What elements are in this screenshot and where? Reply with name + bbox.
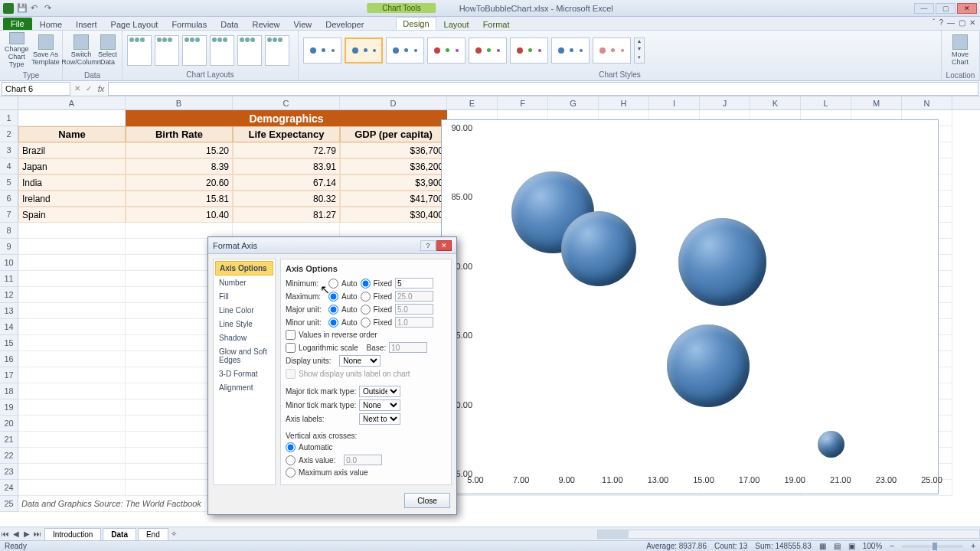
- chart-layout-2[interactable]: [155, 35, 179, 66]
- bubble-chart[interactable]: 90.0085.0080.0075.0070.0065.00 5.007.009…: [441, 119, 939, 494]
- row-header-11[interactable]: 11: [0, 271, 18, 287]
- col-header-k[interactable]: K: [750, 96, 801, 109]
- cell[interactable]: [18, 287, 126, 303]
- format-axis-dialog[interactable]: Format Axis ? ✕ Axis Options Number Fill…: [207, 236, 457, 515]
- minor-value-input[interactable]: [395, 317, 433, 328]
- window-restore-icon[interactable]: ▢: [959, 18, 965, 27]
- tab-file[interactable]: File: [3, 18, 32, 30]
- row-header-18[interactable]: 18: [0, 383, 18, 399]
- cell[interactable]: [18, 448, 126, 464]
- zoom-out-icon[interactable]: −: [890, 542, 894, 550]
- cell[interactable]: [18, 223, 126, 239]
- col-header-l[interactable]: L: [801, 96, 851, 109]
- row-header-2[interactable]: 2: [0, 126, 18, 142]
- tab-view[interactable]: View: [288, 18, 318, 30]
- nav-3d-format[interactable]: 3-D Format: [215, 367, 273, 380]
- vcross-auto-radio[interactable]: [286, 442, 296, 452]
- chart-style-1[interactable]: [303, 37, 341, 64]
- sheet-nav-last[interactable]: ⏭: [32, 530, 43, 538]
- row-header-23[interactable]: 23: [0, 464, 18, 480]
- help-icon[interactable]: ?: [939, 18, 943, 27]
- chart-style-7[interactable]: [551, 37, 590, 64]
- major-fixed-radio[interactable]: [361, 305, 371, 315]
- cell[interactable]: $36,700: [340, 142, 447, 158]
- cell[interactable]: [18, 399, 126, 416]
- row-header-6[interactable]: 6: [0, 191, 18, 207]
- tab-data[interactable]: Data: [214, 18, 244, 30]
- window-close-icon[interactable]: ✕: [969, 18, 975, 27]
- chart-styles-more[interactable]: ▲▼▾: [634, 37, 645, 64]
- chart-style-5[interactable]: [469, 37, 507, 64]
- min-auto-radio[interactable]: [328, 279, 338, 289]
- cell[interactable]: 80.32: [233, 191, 340, 207]
- cell[interactable]: Life Expectancy: [233, 126, 340, 142]
- col-header-d[interactable]: D: [340, 96, 447, 109]
- row-header-13[interactable]: 13: [0, 303, 18, 319]
- bubble-spain[interactable]: [561, 211, 636, 286]
- row-header-19[interactable]: 19: [0, 399, 18, 416]
- formula-input[interactable]: [108, 82, 978, 96]
- cell[interactable]: [18, 303, 126, 319]
- reverse-order-checkbox[interactable]: [286, 330, 296, 340]
- chart-x-axis[interactable]: 5.007.009.0011.0013.0015.0017.0019.0021.…: [475, 475, 930, 487]
- cancel-formula-icon[interactable]: ✕: [72, 84, 83, 93]
- row-header-25[interactable]: 25: [0, 496, 18, 512]
- window-min-icon[interactable]: —: [947, 18, 955, 27]
- cell[interactable]: Name: [18, 126, 126, 142]
- cell[interactable]: [18, 255, 126, 271]
- maximize-button[interactable]: ▢: [936, 3, 956, 14]
- cell[interactable]: [18, 480, 126, 496]
- cell[interactable]: $30,400: [340, 207, 447, 223]
- sheet-tab-end[interactable]: End: [138, 528, 168, 540]
- chart-layout-3[interactable]: [182, 35, 207, 66]
- cell[interactable]: Ireland: [18, 191, 126, 207]
- tab-insert[interactable]: Insert: [70, 18, 103, 30]
- nav-alignment[interactable]: Alignment: [215, 381, 273, 394]
- fx-icon[interactable]: fx: [94, 84, 108, 93]
- col-header-c[interactable]: C: [233, 96, 340, 109]
- chart-layout-1[interactable]: [127, 35, 152, 66]
- minimize-ribbon-icon[interactable]: ˇ: [933, 18, 935, 27]
- row-header-15[interactable]: 15: [0, 335, 18, 351]
- view-page-break-icon[interactable]: ▣: [848, 542, 855, 550]
- cell[interactable]: $36,200: [340, 158, 447, 174]
- cell[interactable]: [18, 110, 126, 126]
- row-header-17[interactable]: 17: [0, 367, 18, 383]
- cell[interactable]: [18, 239, 126, 255]
- axis-labels-select[interactable]: Next to Axis: [359, 413, 400, 425]
- max-value-input[interactable]: [395, 291, 433, 302]
- cell[interactable]: 67.14: [233, 174, 340, 191]
- row-headers[interactable]: 1234567891011121314151617181920212223242…: [0, 110, 18, 512]
- cell[interactable]: 10.40: [126, 207, 233, 223]
- row-header-14[interactable]: 14: [0, 319, 18, 335]
- row-header-12[interactable]: 12: [0, 287, 18, 303]
- col-header-n[interactable]: N: [902, 96, 952, 109]
- view-normal-icon[interactable]: ▦: [819, 542, 826, 550]
- cell[interactable]: 81.27: [233, 207, 340, 223]
- log-scale-checkbox[interactable]: [286, 343, 296, 353]
- chart-layout-6[interactable]: [265, 35, 289, 66]
- cell[interactable]: [18, 367, 126, 383]
- col-header-a[interactable]: A: [18, 96, 126, 109]
- chart-style-4[interactable]: [427, 37, 466, 64]
- row-header-22[interactable]: 22: [0, 448, 18, 464]
- row-header-4[interactable]: 4: [0, 158, 18, 174]
- chart-style-3[interactable]: [386, 37, 424, 64]
- chart-plot-area[interactable]: [475, 128, 930, 472]
- log-base-input[interactable]: [389, 342, 427, 353]
- tab-design[interactable]: Design: [396, 17, 436, 30]
- row-header-9[interactable]: 9: [0, 239, 18, 255]
- cell[interactable]: Japan: [18, 158, 126, 174]
- select-all-corner[interactable]: [0, 96, 18, 110]
- cell[interactable]: [18, 271, 126, 287]
- nav-line-style[interactable]: Line Style: [215, 318, 273, 331]
- nav-axis-options[interactable]: Axis Options: [215, 261, 273, 276]
- horizontal-scrollbar[interactable]: [597, 530, 980, 539]
- max-fixed-radio[interactable]: [361, 292, 371, 302]
- vcross-value-radio[interactable]: [286, 455, 296, 465]
- select-data-button[interactable]: Select Data: [98, 32, 117, 69]
- cell[interactable]: [18, 416, 126, 432]
- cell[interactable]: 20.60: [126, 174, 233, 191]
- sheet-nav-prev[interactable]: ◀: [11, 530, 21, 538]
- chart-layout-5[interactable]: [237, 35, 262, 66]
